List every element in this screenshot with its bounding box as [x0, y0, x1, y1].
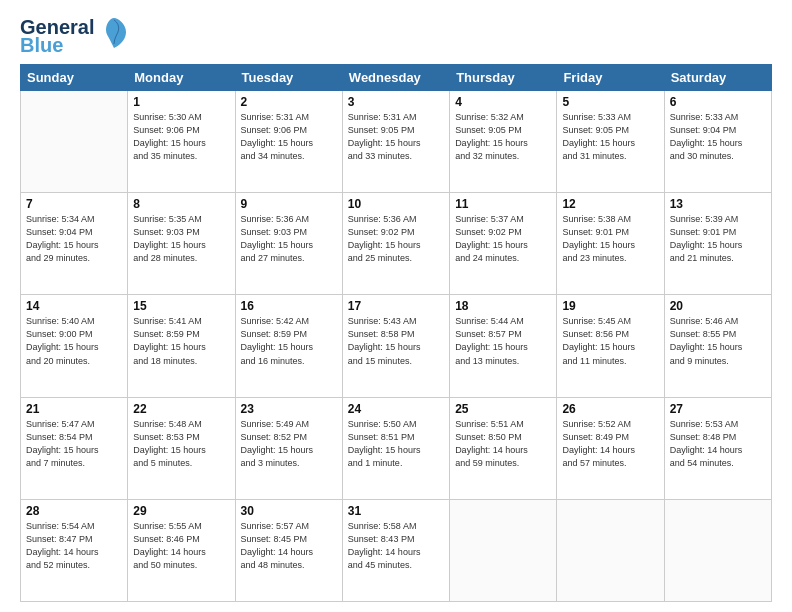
day-cell: 12Sunrise: 5:38 AM Sunset: 9:01 PM Dayli… — [557, 193, 664, 295]
day-number: 13 — [670, 197, 766, 211]
day-number: 5 — [562, 95, 658, 109]
day-cell: 30Sunrise: 5:57 AM Sunset: 8:45 PM Dayli… — [235, 499, 342, 601]
day-number: 31 — [348, 504, 444, 518]
day-cell: 7Sunrise: 5:34 AM Sunset: 9:04 PM Daylig… — [21, 193, 128, 295]
day-number: 3 — [348, 95, 444, 109]
week-row-2: 7Sunrise: 5:34 AM Sunset: 9:04 PM Daylig… — [21, 193, 772, 295]
day-cell: 25Sunrise: 5:51 AM Sunset: 8:50 PM Dayli… — [450, 397, 557, 499]
day-cell: 8Sunrise: 5:35 AM Sunset: 9:03 PM Daylig… — [128, 193, 235, 295]
header: General Blue — [20, 16, 772, 56]
day-cell: 4Sunrise: 5:32 AM Sunset: 9:05 PM Daylig… — [450, 91, 557, 193]
day-number: 29 — [133, 504, 229, 518]
day-cell: 5Sunrise: 5:33 AM Sunset: 9:05 PM Daylig… — [557, 91, 664, 193]
day-info: Sunrise: 5:32 AM Sunset: 9:05 PM Dayligh… — [455, 111, 551, 163]
day-info: Sunrise: 5:33 AM Sunset: 9:04 PM Dayligh… — [670, 111, 766, 163]
day-cell: 14Sunrise: 5:40 AM Sunset: 9:00 PM Dayli… — [21, 295, 128, 397]
weekday-header-monday: Monday — [128, 65, 235, 91]
day-info: Sunrise: 5:47 AM Sunset: 8:54 PM Dayligh… — [26, 418, 122, 470]
day-info: Sunrise: 5:40 AM Sunset: 9:00 PM Dayligh… — [26, 315, 122, 367]
day-number: 11 — [455, 197, 551, 211]
day-info: Sunrise: 5:52 AM Sunset: 8:49 PM Dayligh… — [562, 418, 658, 470]
day-cell: 6Sunrise: 5:33 AM Sunset: 9:04 PM Daylig… — [664, 91, 771, 193]
weekday-header-saturday: Saturday — [664, 65, 771, 91]
day-number: 4 — [455, 95, 551, 109]
day-info: Sunrise: 5:37 AM Sunset: 9:02 PM Dayligh… — [455, 213, 551, 265]
day-info: Sunrise: 5:31 AM Sunset: 9:05 PM Dayligh… — [348, 111, 444, 163]
day-cell: 31Sunrise: 5:58 AM Sunset: 8:43 PM Dayli… — [342, 499, 449, 601]
day-cell: 16Sunrise: 5:42 AM Sunset: 8:59 PM Dayli… — [235, 295, 342, 397]
day-info: Sunrise: 5:44 AM Sunset: 8:57 PM Dayligh… — [455, 315, 551, 367]
day-number: 6 — [670, 95, 766, 109]
weekday-header-sunday: Sunday — [21, 65, 128, 91]
day-cell: 1Sunrise: 5:30 AM Sunset: 9:06 PM Daylig… — [128, 91, 235, 193]
day-cell: 27Sunrise: 5:53 AM Sunset: 8:48 PM Dayli… — [664, 397, 771, 499]
day-info: Sunrise: 5:42 AM Sunset: 8:59 PM Dayligh… — [241, 315, 337, 367]
day-number: 25 — [455, 402, 551, 416]
day-cell: 15Sunrise: 5:41 AM Sunset: 8:59 PM Dayli… — [128, 295, 235, 397]
day-cell — [450, 499, 557, 601]
week-row-3: 14Sunrise: 5:40 AM Sunset: 9:00 PM Dayli… — [21, 295, 772, 397]
day-cell: 10Sunrise: 5:36 AM Sunset: 9:02 PM Dayli… — [342, 193, 449, 295]
week-row-1: 1Sunrise: 5:30 AM Sunset: 9:06 PM Daylig… — [21, 91, 772, 193]
day-cell: 18Sunrise: 5:44 AM Sunset: 8:57 PM Dayli… — [450, 295, 557, 397]
day-number: 27 — [670, 402, 766, 416]
day-info: Sunrise: 5:45 AM Sunset: 8:56 PM Dayligh… — [562, 315, 658, 367]
day-number: 20 — [670, 299, 766, 313]
day-cell: 13Sunrise: 5:39 AM Sunset: 9:01 PM Dayli… — [664, 193, 771, 295]
day-number: 14 — [26, 299, 122, 313]
day-info: Sunrise: 5:46 AM Sunset: 8:55 PM Dayligh… — [670, 315, 766, 367]
day-info: Sunrise: 5:48 AM Sunset: 8:53 PM Dayligh… — [133, 418, 229, 470]
day-info: Sunrise: 5:50 AM Sunset: 8:51 PM Dayligh… — [348, 418, 444, 470]
page: General Blue SundayMondayTuesdayWednesda… — [0, 0, 792, 612]
day-number: 8 — [133, 197, 229, 211]
day-info: Sunrise: 5:57 AM Sunset: 8:45 PM Dayligh… — [241, 520, 337, 572]
day-number: 12 — [562, 197, 658, 211]
day-info: Sunrise: 5:33 AM Sunset: 9:05 PM Dayligh… — [562, 111, 658, 163]
day-info: Sunrise: 5:39 AM Sunset: 9:01 PM Dayligh… — [670, 213, 766, 265]
day-cell: 17Sunrise: 5:43 AM Sunset: 8:58 PM Dayli… — [342, 295, 449, 397]
calendar-table: SundayMondayTuesdayWednesdayThursdayFrid… — [20, 64, 772, 602]
day-number: 24 — [348, 402, 444, 416]
week-row-5: 28Sunrise: 5:54 AM Sunset: 8:47 PM Dayli… — [21, 499, 772, 601]
day-cell: 28Sunrise: 5:54 AM Sunset: 8:47 PM Dayli… — [21, 499, 128, 601]
day-info: Sunrise: 5:58 AM Sunset: 8:43 PM Dayligh… — [348, 520, 444, 572]
day-number: 23 — [241, 402, 337, 416]
day-info: Sunrise: 5:55 AM Sunset: 8:46 PM Dayligh… — [133, 520, 229, 572]
day-number: 22 — [133, 402, 229, 416]
day-number: 2 — [241, 95, 337, 109]
weekday-header-thursday: Thursday — [450, 65, 557, 91]
day-number: 10 — [348, 197, 444, 211]
day-info: Sunrise: 5:54 AM Sunset: 8:47 PM Dayligh… — [26, 520, 122, 572]
day-cell: 29Sunrise: 5:55 AM Sunset: 8:46 PM Dayli… — [128, 499, 235, 601]
day-cell: 3Sunrise: 5:31 AM Sunset: 9:05 PM Daylig… — [342, 91, 449, 193]
day-cell: 2Sunrise: 5:31 AM Sunset: 9:06 PM Daylig… — [235, 91, 342, 193]
day-number: 26 — [562, 402, 658, 416]
day-info: Sunrise: 5:35 AM Sunset: 9:03 PM Dayligh… — [133, 213, 229, 265]
day-number: 18 — [455, 299, 551, 313]
logo-bird-icon — [100, 16, 128, 56]
day-number: 15 — [133, 299, 229, 313]
day-info: Sunrise: 5:36 AM Sunset: 9:02 PM Dayligh… — [348, 213, 444, 265]
day-number: 19 — [562, 299, 658, 313]
day-cell: 23Sunrise: 5:49 AM Sunset: 8:52 PM Dayli… — [235, 397, 342, 499]
day-info: Sunrise: 5:38 AM Sunset: 9:01 PM Dayligh… — [562, 213, 658, 265]
day-number: 17 — [348, 299, 444, 313]
day-info: Sunrise: 5:31 AM Sunset: 9:06 PM Dayligh… — [241, 111, 337, 163]
day-cell: 11Sunrise: 5:37 AM Sunset: 9:02 PM Dayli… — [450, 193, 557, 295]
day-cell — [557, 499, 664, 601]
day-info: Sunrise: 5:43 AM Sunset: 8:58 PM Dayligh… — [348, 315, 444, 367]
day-cell — [664, 499, 771, 601]
day-number: 7 — [26, 197, 122, 211]
day-info: Sunrise: 5:49 AM Sunset: 8:52 PM Dayligh… — [241, 418, 337, 470]
day-cell: 20Sunrise: 5:46 AM Sunset: 8:55 PM Dayli… — [664, 295, 771, 397]
week-row-4: 21Sunrise: 5:47 AM Sunset: 8:54 PM Dayli… — [21, 397, 772, 499]
day-number: 16 — [241, 299, 337, 313]
weekday-header-friday: Friday — [557, 65, 664, 91]
day-info: Sunrise: 5:53 AM Sunset: 8:48 PM Dayligh… — [670, 418, 766, 470]
day-number: 9 — [241, 197, 337, 211]
day-number: 1 — [133, 95, 229, 109]
day-number: 28 — [26, 504, 122, 518]
day-info: Sunrise: 5:34 AM Sunset: 9:04 PM Dayligh… — [26, 213, 122, 265]
weekday-header-tuesday: Tuesday — [235, 65, 342, 91]
day-cell: 22Sunrise: 5:48 AM Sunset: 8:53 PM Dayli… — [128, 397, 235, 499]
